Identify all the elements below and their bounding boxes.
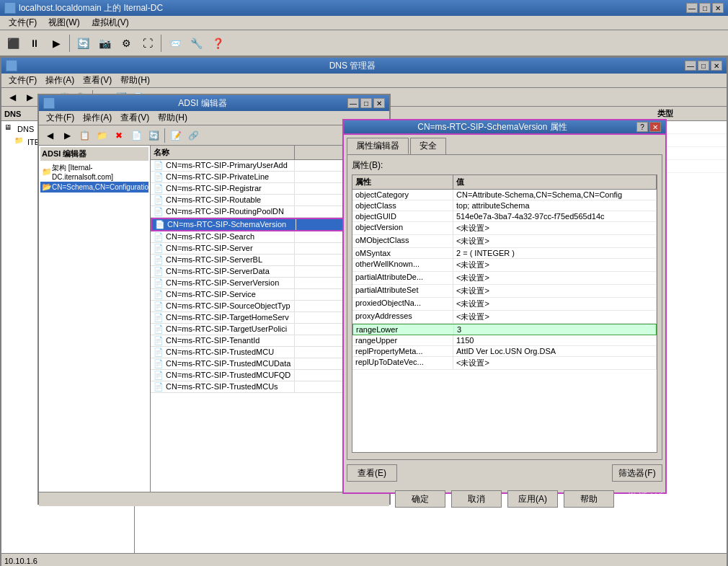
adsi-refresh-btn[interactable]: 🔄	[146, 128, 161, 143]
props-ok-btn[interactable]: 确定	[395, 490, 445, 508]
props-row-oMSyntax[interactable]: oMSyntax 2 = ( INTEGER )	[352, 248, 657, 259]
toolbar-refresh-icon[interactable]: 🔄	[73, 33, 93, 53]
props-attr-label: 属性(B):	[352, 159, 657, 172]
props-attr-objectVersion: objectVersion	[352, 222, 453, 234]
adsi-menu-help[interactable]: 帮助(H)	[154, 112, 192, 124]
adsi-menu-file[interactable]: 文件(F)	[42, 112, 79, 124]
dns-titlebar: DNS 管理器 — □ ✕	[1, 58, 727, 74]
toolbar-help-icon[interactable]: ❓	[208, 33, 228, 53]
vm-menu-vm[interactable]: 虚拟机(V)	[86, 17, 135, 29]
props-action-buttons: 查看(E) 筛选器(F)	[344, 460, 665, 486]
dns-menu-help[interactable]: 帮助(H)	[116, 74, 154, 87]
adsi-menu-view[interactable]: 查看(V)	[116, 112, 154, 124]
dns-minimize-btn[interactable]: —	[685, 61, 696, 71]
dns-menubar: 文件(F) 操作(A) 查看(V) 帮助(H)	[1, 74, 727, 88]
toolbar-snapshot-icon[interactable]: 📷	[94, 33, 115, 53]
adsi-left-panel: ADSI 编辑器 📁 架构 [Iternal-DC.iternalsoft.co…	[39, 146, 151, 492]
dns-tree-label: DNS	[4, 110, 21, 118]
props-tab-attr-editor[interactable]: 属性编辑器	[347, 138, 409, 154]
vm-title: localhost.localdomain 上的 Iternal-DC	[19, 2, 686, 14]
props-col-val: 值	[453, 175, 657, 189]
adsi-icon-btn2[interactable]: 📁	[94, 128, 110, 143]
adsi-connect-btn[interactable]: 🔗	[185, 128, 201, 143]
adsi-tree-schema[interactable]: 📁 架构 [Iternal-DC.iternalsoft.com]	[40, 162, 148, 182]
vm-close-btn[interactable]: ✕	[712, 3, 724, 13]
toolbar-config-icon[interactable]: ⚙	[116, 33, 136, 53]
dns-menu-action[interactable]: 操作(A)	[41, 74, 79, 87]
props-row-oMObjectClass[interactable]: oMObjectClass <未设置>	[352, 235, 657, 248]
toolbar-play-icon[interactable]: ▶	[46, 33, 66, 53]
vm-minimize-btn[interactable]: —	[686, 3, 698, 13]
adsi-icon	[43, 97, 55, 109]
props-apply-btn[interactable]: 应用(A)	[507, 490, 558, 508]
adsi-tree-cn-schema[interactable]: 📂 CN=Schema,CN=Configuratio	[40, 182, 148, 193]
dns-title: DNS 管理器	[20, 60, 685, 72]
props-attr-oMObjectClass: oMObjectClass	[352, 235, 453, 247]
adsi-minimize-btn[interactable]: —	[347, 98, 359, 108]
vm-menu-view[interactable]: 视图(W)	[43, 17, 85, 29]
props-close-btn[interactable]: ✕	[649, 122, 661, 132]
adsi-tree-schema-icon: 📁	[42, 167, 52, 177]
props-row-objectClass[interactable]: objectClass top; attributeSchema	[352, 200, 657, 211]
adsi-back-btn[interactable]: ◀	[42, 128, 58, 143]
props-row-objectGUID[interactable]: objectGUID 514e0e7a-3ba7-4a32-97cc-f75ed…	[352, 211, 657, 222]
props-table: 属性 值 objectCategory CN=Attribute-Schema,…	[352, 174, 657, 453]
adsi-forward-btn[interactable]: ▶	[59, 128, 75, 143]
adsi-item-name-0: 📄 CN=ms-RTC-SIP-PrimaryUserAdd	[151, 160, 295, 171]
adsi-col-name: 名称	[151, 146, 295, 159]
props-view-btn[interactable]: 查看(E)	[347, 464, 397, 482]
props-row-proxiedObjectNa[interactable]: proxiedObjectNa... <未设置>	[352, 298, 657, 311]
props-help-btn[interactable]: 帮助	[564, 490, 614, 508]
props-val-objectGUID: 514e0e7a-3ba7-4a32-97cc-f75ed565d14c	[453, 211, 657, 221]
adsi-item-name-10: 📄 CN=ms-RTC-SIP-Service	[151, 289, 295, 300]
toolbar-fullscreen-icon[interactable]: ⛶	[138, 33, 158, 53]
adsi-close-btn[interactable]: ✕	[373, 98, 385, 108]
props-row-replPropertyMeta[interactable]: replPropertyMeta... AttID Ver Loc.USN Or…	[352, 346, 657, 357]
props-val-partialAttributeSet: <未设置>	[453, 285, 657, 297]
props-cancel-btn[interactable]: 取消	[451, 490, 502, 508]
dns-back-btn[interactable]: ◀	[4, 90, 20, 105]
toolbar-send-icon[interactable]: 📨	[164, 33, 185, 53]
vm-menu-file[interactable]: 文件(F)	[3, 17, 43, 29]
props-bottom-buttons: 确定 取消 应用(A) 帮助	[344, 486, 665, 512]
adsi-maximize-btn[interactable]: □	[360, 98, 372, 108]
props-row-objectVersion[interactable]: objectVersion <未设置>	[352, 222, 657, 235]
props-attr-oMSyntax: oMSyntax	[352, 248, 453, 258]
adsi-new-btn[interactable]: 📝	[168, 128, 184, 143]
vm-maximize-btn[interactable]: □	[699, 3, 711, 13]
adsi-delete-btn[interactable]: ✖	[111, 128, 127, 143]
props-row-replUpToDateVec[interactable]: replUpToDateVec... <未设置>	[352, 357, 657, 370]
dns-close-btn[interactable]: ✕	[711, 61, 722, 71]
props-tab-security[interactable]: 安全	[410, 138, 446, 154]
adsi-menu-action[interactable]: 操作(A)	[79, 112, 116, 124]
dns-forward-btn[interactable]: ▶	[22, 90, 37, 105]
props-attr-rangeLower: rangeLower	[353, 324, 454, 335]
dns-maximize-btn[interactable]: □	[698, 61, 709, 71]
props-row-objectCategory[interactable]: objectCategory CN=Attribute-Schema,CN=Sc…	[352, 190, 657, 200]
adsi-item-name-8: 📄 CN=ms-RTC-SIP-ServerData	[151, 266, 295, 277]
props-filter-btn[interactable]: 筛选器(F)	[612, 464, 662, 482]
dns-tree-root-label: DNS	[17, 125, 34, 133]
toolbar-extra-icon[interactable]: 🔧	[186, 33, 206, 53]
props-row-otherWellKnown[interactable]: otherWellKnown... <未设置>	[352, 259, 657, 272]
props-row-partialAttributeDe[interactable]: partialAttributeDe... <未设置>	[352, 272, 657, 285]
props-row-rangeUpper[interactable]: rangeUpper 1150	[352, 335, 657, 346]
toolbar-pause-icon[interactable]: ⏸	[25, 33, 45, 53]
props-row-proxyAddresses[interactable]: proxyAddresses <未设置>	[352, 311, 657, 324]
props-val-rangeUpper: 1150	[453, 335, 657, 345]
adsi-item-name-1: 📄 CN=ms-RTC-SIP-PrivateLine	[151, 172, 295, 182]
vm-window: localhost.localdomain 上的 Iternal-DC — □ …	[0, 0, 728, 566]
props-row-rangeLower[interactable]: rangeLower 3	[352, 324, 657, 335]
adsi-item-name-9: 📄 CN=ms-RTC-SIP-ServerVersion	[151, 278, 295, 288]
adsi-item-name-4: 📄 CN=ms-RTC-SIP-RoutingPoolDN	[151, 206, 295, 217]
adsi-title: ADSI 编辑器	[58, 97, 347, 110]
adsi-item-name-14: 📄 CN=ms-RTC-SIP-TenantId	[151, 335, 295, 346]
props-help-titlebar-btn[interactable]: ?	[636, 122, 648, 132]
adsi-props-btn[interactable]: 📄	[128, 128, 144, 143]
adsi-icon-btn1[interactable]: 📋	[76, 128, 92, 143]
dns-menu-file[interactable]: 文件(F)	[4, 74, 41, 87]
toolbar-power-icon[interactable]: ⬛	[3, 33, 23, 53]
props-row-partialAttributeSet[interactable]: partialAttributeSet <未设置>	[352, 285, 657, 298]
dns-menu-view[interactable]: 查看(V)	[79, 74, 116, 87]
adsi-item-name-15: 📄 CN=ms-RTC-SIP-TrustedMCU	[151, 347, 295, 358]
